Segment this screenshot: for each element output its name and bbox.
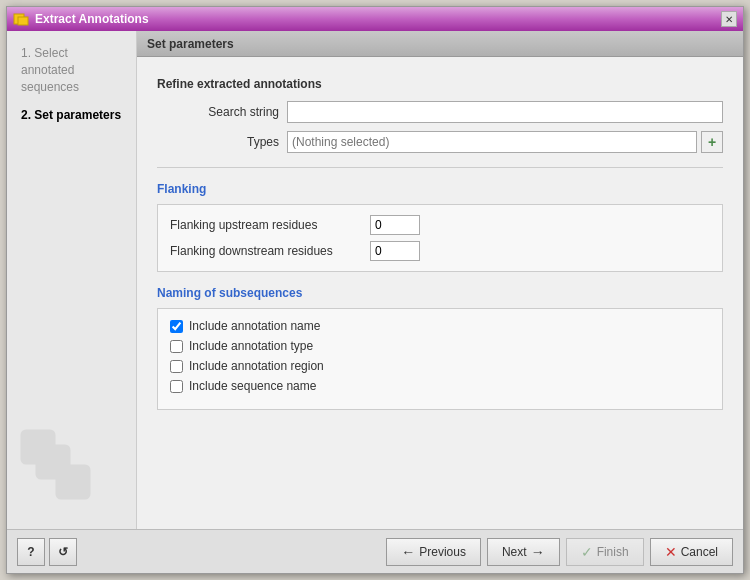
watermark — [17, 426, 97, 509]
main-window: Extract Annotations ✕ 1. Select annotate… — [6, 6, 744, 574]
naming-title: Naming of subsequences — [157, 286, 723, 300]
finish-check-icon: ✓ — [581, 544, 593, 560]
types-add-button[interactable]: + — [701, 131, 723, 153]
footer: ? ↺ ← Previous Next → ✓ Finish ✕ Cancel — [7, 529, 743, 573]
search-string-label: Search string — [157, 105, 287, 119]
include-annotation-name-checkbox[interactable] — [170, 320, 183, 333]
refine-title: Refine extracted annotations — [157, 77, 723, 91]
finish-button[interactable]: ✓ Finish — [566, 538, 644, 566]
next-button[interactable]: Next → — [487, 538, 560, 566]
checkbox-annotation-name-row: Include annotation name — [170, 319, 710, 333]
flanking-upstream-input[interactable] — [370, 215, 420, 235]
cancel-button[interactable]: ✕ Cancel — [650, 538, 733, 566]
footer-right: ← Previous Next → ✓ Finish ✕ Cancel — [386, 538, 733, 566]
panel-body: Refine extracted annotations Search stri… — [137, 57, 743, 529]
include-annotation-region-checkbox[interactable] — [170, 360, 183, 373]
panel-header: Set parameters — [137, 31, 743, 57]
include-annotation-name-label: Include annotation name — [189, 319, 320, 333]
previous-arrow-icon: ← — [401, 544, 415, 560]
next-arrow-icon: → — [531, 544, 545, 560]
flanking-upstream-row: Flanking upstream residues — [170, 215, 710, 235]
flanking-downstream-label: Flanking downstream residues — [170, 244, 370, 258]
sidebar-item-label: Set parameters — [34, 108, 121, 122]
flanking-downstream-input[interactable] — [370, 241, 420, 261]
main-panel: Set parameters Refine extracted annotati… — [137, 31, 743, 529]
svg-rect-1 — [18, 17, 28, 25]
include-sequence-name-checkbox[interactable] — [170, 380, 183, 393]
flanking-box: Flanking upstream residues Flanking down… — [157, 204, 723, 272]
sidebar-item-select-annotated[interactable]: 1. Select annotated sequences — [15, 41, 128, 99]
title-bar: Extract Annotations ✕ — [7, 7, 743, 31]
window-title: Extract Annotations — [35, 12, 715, 26]
flanking-upstream-label: Flanking upstream residues — [170, 218, 370, 232]
flanking-title: Flanking — [157, 182, 723, 196]
reset-button[interactable]: ↺ — [49, 538, 77, 566]
help-button[interactable]: ? — [17, 538, 45, 566]
next-label: Next — [502, 545, 527, 559]
sidebar-item-set-parameters[interactable]: 2. Set parameters — [15, 103, 128, 128]
include-annotation-type-label: Include annotation type — [189, 339, 313, 353]
checkbox-annotation-type-row: Include annotation type — [170, 339, 710, 353]
search-string-input[interactable] — [287, 101, 723, 123]
content-area: 1. Select annotated sequences 2. Set par… — [7, 31, 743, 529]
include-annotation-region-label: Include annotation region — [189, 359, 324, 373]
cancel-x-icon: ✕ — [665, 544, 677, 560]
types-control-group: + — [287, 131, 723, 153]
divider-1 — [157, 167, 723, 168]
previous-button[interactable]: ← Previous — [386, 538, 481, 566]
sidebar-item-number: 1. — [21, 46, 31, 60]
flanking-downstream-row: Flanking downstream residues — [170, 241, 710, 261]
previous-label: Previous — [419, 545, 466, 559]
include-annotation-type-checkbox[interactable] — [170, 340, 183, 353]
checkbox-sequence-name-row: Include sequence name — [170, 379, 710, 393]
close-button[interactable]: ✕ — [721, 11, 737, 27]
search-string-row: Search string — [157, 101, 723, 123]
types-input[interactable] — [287, 131, 697, 153]
types-row: Types + — [157, 131, 723, 153]
checkbox-annotation-region-row: Include annotation region — [170, 359, 710, 373]
cancel-label: Cancel — [681, 545, 718, 559]
window-icon — [13, 11, 29, 27]
include-sequence-name-label: Include sequence name — [189, 379, 316, 393]
naming-box: Include annotation name Include annotati… — [157, 308, 723, 410]
sidebar-item-number: 2. — [21, 108, 31, 122]
finish-label: Finish — [597, 545, 629, 559]
footer-left: ? ↺ — [17, 538, 77, 566]
types-label: Types — [157, 135, 287, 149]
sidebar: 1. Select annotated sequences 2. Set par… — [7, 31, 137, 529]
svg-rect-4 — [57, 466, 89, 498]
panel-header-title: Set parameters — [147, 37, 234, 51]
